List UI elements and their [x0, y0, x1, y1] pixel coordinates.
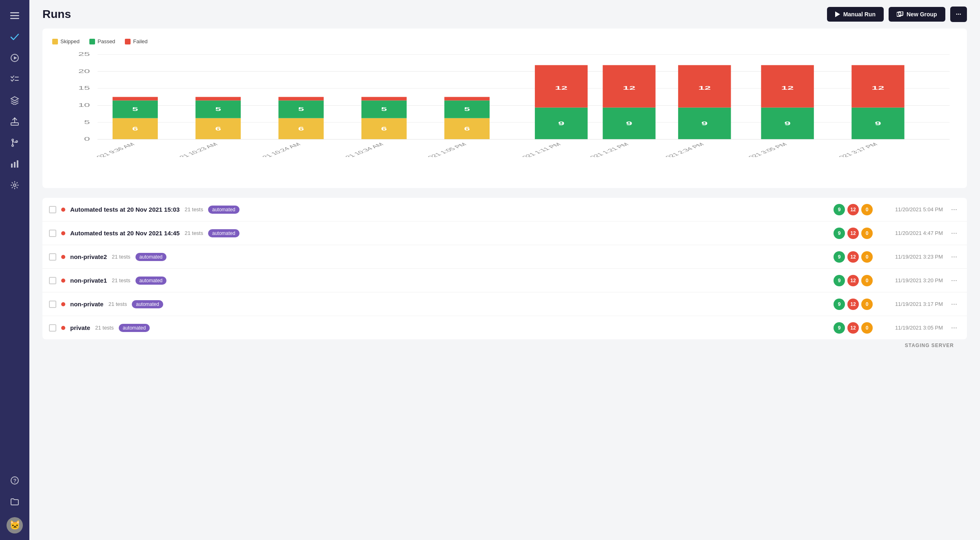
- run-badges: 9 12 0: [834, 204, 873, 215]
- svg-rect-1: [10, 15, 19, 16]
- play-circle-icon[interactable]: [6, 49, 24, 67]
- run-tag: automated: [135, 253, 167, 261]
- svg-text:5: 5: [84, 120, 90, 125]
- run-menu-button[interactable]: ···: [948, 274, 960, 286]
- new-group-button[interactable]: New Group: [889, 7, 945, 22]
- svg-rect-14: [14, 162, 16, 168]
- svg-rect-15: [17, 160, 18, 168]
- legend-passed-label: Passed: [98, 38, 115, 44]
- chart-legend: Skipped Passed Failed: [52, 38, 957, 44]
- svg-marker-19: [835, 11, 840, 17]
- run-tests-count: 21 tests: [112, 254, 131, 260]
- svg-text:9: 9: [558, 120, 564, 126]
- bar-failed: [361, 97, 407, 101]
- list-check-icon[interactable]: [6, 70, 24, 88]
- legend-failed: Failed: [125, 38, 147, 44]
- git-branch-icon[interactable]: [6, 134, 24, 152]
- svg-rect-8: [11, 123, 18, 125]
- manual-run-button[interactable]: Manual Run: [827, 7, 884, 22]
- run-tests-count: 21 tests: [95, 325, 114, 331]
- group-icon: [897, 11, 903, 17]
- run-status-dot: [61, 255, 65, 259]
- svg-rect-0: [10, 12, 19, 13]
- run-tests-count: 21 tests: [184, 206, 203, 212]
- hamburger-menu-icon[interactable]: [6, 7, 24, 24]
- run-name: non-private: [70, 301, 104, 308]
- svg-text:9: 9: [701, 120, 707, 126]
- passed-badge: 9: [834, 299, 845, 310]
- run-badges: 9 12 0: [834, 228, 873, 239]
- bar-failed: [113, 97, 158, 101]
- svg-text:25: 25: [78, 51, 90, 57]
- svg-text:5: 5: [215, 107, 221, 112]
- run-badges: 9 12 0: [834, 275, 873, 286]
- question-icon[interactable]: ?: [6, 471, 24, 489]
- svg-marker-4: [14, 56, 17, 60]
- run-menu-button[interactable]: ···: [948, 298, 960, 310]
- skipped-badge: 0: [861, 275, 873, 286]
- svg-text:9: 9: [626, 120, 632, 126]
- run-checkbox[interactable]: [49, 324, 56, 332]
- run-date: 11/20/2021 5:04 PM: [878, 206, 943, 212]
- run-checkbox[interactable]: [49, 277, 56, 284]
- skipped-badge: 0: [861, 322, 873, 334]
- svg-text:12: 12: [555, 85, 568, 91]
- run-menu-button[interactable]: ···: [948, 204, 960, 215]
- run-name: Automated tests at 20 Nov 2021 14:45: [70, 230, 180, 237]
- run-tag: automated: [132, 300, 163, 308]
- svg-text:11/19/2021 1:21 PM: 11/19/2021 1:21 PM: [567, 142, 630, 157]
- run-badges: 9 12 0: [834, 251, 873, 263]
- svg-text:0: 0: [84, 136, 90, 142]
- bar-failed: [444, 97, 490, 101]
- folder-icon[interactable]: [6, 493, 24, 511]
- failed-badge: 12: [847, 228, 859, 239]
- svg-text:11/19/2021 1:05 PM: 11/19/2021 1:05 PM: [405, 142, 468, 157]
- settings-icon[interactable]: [6, 176, 24, 194]
- run-tag: automated: [208, 229, 239, 237]
- play-icon: [835, 11, 840, 17]
- run-status-dot: [61, 326, 65, 330]
- run-menu-button[interactable]: ···: [948, 227, 960, 239]
- passed-badge: 9: [834, 251, 845, 263]
- table-row: Automated tests at 20 Nov 2021 15:03 21 …: [42, 198, 967, 221]
- svg-text:11/19/2021 10:23 AM: 11/19/2021 10:23 AM: [153, 142, 219, 157]
- svg-text:6: 6: [132, 126, 138, 131]
- svg-text:5: 5: [464, 107, 470, 112]
- run-status-dot: [61, 279, 65, 283]
- export-icon[interactable]: [6, 113, 24, 131]
- svg-text:9: 9: [875, 120, 881, 126]
- svg-text:11/19/2021 1:11 PM: 11/19/2021 1:11 PM: [499, 142, 562, 157]
- chart-svg: 25 20 15 10 5 0 6 5 6: [52, 51, 957, 157]
- run-tests-count: 21 tests: [109, 301, 127, 307]
- avatar[interactable]: 🐱: [7, 517, 23, 533]
- svg-text:9: 9: [784, 120, 790, 126]
- run-checkbox[interactable]: [49, 301, 56, 308]
- run-checkbox[interactable]: [49, 206, 56, 213]
- chart-bar-icon[interactable]: [6, 155, 24, 173]
- svg-point-9: [12, 139, 13, 141]
- svg-text:12: 12: [623, 85, 636, 91]
- new-group-label: New Group: [907, 11, 937, 18]
- failed-badge: 12: [847, 299, 859, 310]
- layers-icon[interactable]: [6, 91, 24, 109]
- check-icon[interactable]: [6, 28, 24, 46]
- main-content: Runs Manual Run New Group ··· Skipped: [29, 0, 980, 540]
- bar-failed: [279, 97, 324, 101]
- svg-rect-2: [10, 18, 19, 19]
- svg-text:5: 5: [132, 107, 138, 112]
- header-actions: Manual Run New Group ···: [827, 7, 967, 22]
- table-row: non-private1 21 tests automated 9 12 0 1…: [42, 269, 967, 292]
- run-status-dot: [61, 208, 65, 212]
- run-checkbox[interactable]: [49, 230, 56, 237]
- svg-text:10: 10: [78, 102, 90, 108]
- passed-badge: 9: [834, 204, 845, 215]
- run-checkbox[interactable]: [49, 253, 56, 261]
- svg-text:12: 12: [781, 85, 794, 91]
- passed-color-dot: [89, 39, 95, 44]
- svg-text:?: ?: [13, 478, 17, 484]
- svg-text:6: 6: [215, 126, 221, 131]
- table-row: non-private2 21 tests automated 9 12 0 1…: [42, 245, 967, 269]
- run-menu-button[interactable]: ···: [948, 322, 960, 334]
- run-menu-button[interactable]: ···: [948, 251, 960, 263]
- more-options-button[interactable]: ···: [950, 7, 967, 22]
